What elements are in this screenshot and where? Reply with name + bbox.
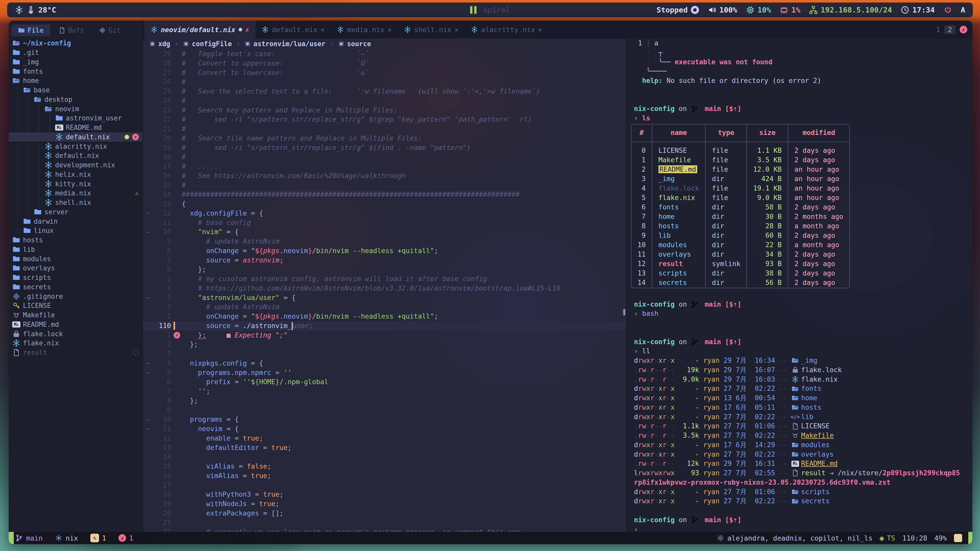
tree-item[interactable]: ││server (9, 207, 142, 217)
editor-line[interactable]: 25# Save the selected text to a file: `:… (143, 87, 626, 96)
tree-item[interactable]: │darwin (9, 217, 142, 226)
keyboard-layout[interactable]: A (961, 6, 965, 14)
close-icon[interactable]: × (321, 26, 325, 34)
tree-item[interactable]: flake.nix (9, 338, 142, 348)
editor-line[interactable]: 18 withPython3 = true; (143, 490, 626, 499)
breadcrumb-item[interactable]: xdg (158, 40, 170, 48)
tree-item[interactable]: fonts (9, 67, 142, 76)
editor-line[interactable]: 28# Convert to uppercase: `U` (143, 59, 626, 68)
editor-line[interactable]: 10 "nvim" = { (143, 227, 626, 237)
editor-line[interactable]: 16# See https://astronvim.com/Basic%20Us… (143, 171, 626, 181)
editor-line[interactable]: 9 # update AstroNvim (143, 237, 626, 246)
breadcrumb-item[interactable]: source (347, 40, 371, 48)
memory-indicator[interactable]: 1% (780, 6, 800, 14)
tree-item[interactable]: │││development.nix (9, 160, 142, 170)
editor-line[interactable]: 21 (143, 518, 626, 527)
close-icon[interactable]: ✗ (245, 26, 249, 34)
tree-item[interactable]: ││││astronvim_user (9, 114, 142, 123)
close-icon[interactable]: × (538, 26, 542, 34)
editor-line[interactable]: 7 source = astronvim; (143, 256, 626, 265)
clock-indicator[interactable]: 17:34 (900, 6, 935, 14)
editor-line[interactable]: 21# (143, 124, 626, 134)
tree-item[interactable]: │││helix.nix (9, 170, 142, 179)
editor-line[interactable]: 12 enable = true; (143, 433, 626, 443)
cpu-indicator[interactable]: 10% (746, 6, 771, 14)
editor-line[interactable]: 4 # https://github.com/AstroNvim/AstroNv… (143, 284, 626, 293)
tree-item[interactable]: │base (9, 86, 142, 95)
editor-line[interactable]: 20# Search file name pattern and Replace… (143, 134, 626, 143)
buffer-tab[interactable]: shell.nix× (398, 21, 465, 38)
editor-line[interactable]: 17 (143, 481, 626, 490)
tree-item[interactable]: ││││default.nix✗ (9, 132, 142, 142)
buffer-tab[interactable]: alacritty.nix× (465, 21, 549, 38)
tab-number-1[interactable]: 1 (936, 26, 940, 34)
tab-number-2[interactable]: 2 (944, 25, 956, 34)
editor-line[interactable]: 8 }; (143, 396, 626, 406)
tree-item[interactable]: ~/nix-config (9, 38, 142, 48)
editor-line[interactable]: 11 # base config (143, 218, 626, 227)
editor-line[interactable]: 2 }; (143, 340, 626, 349)
tree-item[interactable]: Makefile (9, 310, 142, 320)
scrollbar-thumb[interactable] (623, 309, 625, 316)
editor-line[interactable]: 7 ''; (143, 387, 626, 396)
editor-line[interactable]: 15 viAlias = false; (143, 462, 626, 471)
fold-chevron-icon[interactable] (143, 361, 152, 366)
editor-line[interactable]: 110 source = ./astronvim_user; (143, 321, 626, 330)
fold-chevron-icon[interactable] (143, 417, 152, 422)
editor-line[interactable]: 22# sed -ri "s/pattern_str/replace_str/g… (143, 115, 626, 124)
fold-chevron-icon[interactable] (143, 211, 152, 216)
tree-item[interactable]: M↓README.md (9, 320, 142, 329)
close-icon[interactable]: × (455, 26, 458, 34)
tree-item[interactable]: _img (9, 57, 142, 67)
buffer-tab[interactable]: media.nix× (331, 21, 398, 38)
editor-line[interactable]: 8 onChange = "${pkgs.neovim}/bin/nvim --… (143, 246, 626, 256)
tree-item[interactable]: │││shell.nix (9, 198, 142, 207)
editor-line[interactable]: 3 "astronvim/lua/user" = { (143, 293, 626, 303)
close-tab-icon[interactable]: ✗ (959, 26, 967, 33)
tree-item[interactable]: │││default.nix (9, 151, 142, 160)
tree-item[interactable]: hosts (9, 235, 142, 245)
close-icon[interactable]: × (387, 26, 391, 34)
editor-line[interactable]: 19# sed -ri "s/pattern_str/replace_str/g… (143, 143, 626, 152)
editor-line[interactable]: 5 programs.npm.npmrc = '' (143, 368, 626, 378)
editor-line[interactable]: 4 nixpkgs.config = { (143, 359, 626, 368)
editor-line[interactable]: 24# (143, 96, 626, 106)
editor-line[interactable]: 17# ...... (143, 162, 626, 171)
git-branch-status[interactable]: main (15, 534, 43, 542)
breadcrumb-item[interactable]: configFile (192, 40, 232, 48)
breadcrumb-item[interactable]: astronvim/lua/user (253, 40, 325, 48)
tree-item[interactable]: result (9, 348, 142, 357)
tree-item[interactable]: lib (9, 245, 142, 254)
fold-chevron-icon[interactable] (143, 295, 152, 300)
editor-line[interactable]: 12 xdg.configFile = { (143, 209, 626, 218)
recording-status[interactable]: Stopped (656, 6, 699, 14)
fold-chevron-icon[interactable] (143, 230, 152, 235)
tree-item[interactable]: LICENSE (9, 301, 142, 310)
tree-item[interactable]: ││desktop (9, 95, 142, 104)
buffer-tab[interactable]: default.nix× (256, 21, 331, 38)
editor-line[interactable]: 10 programs = { (143, 415, 626, 424)
neotree-tab-git[interactable]: Git (92, 24, 127, 36)
editor-line[interactable]: 16 vimAlias = true; (143, 471, 626, 481)
editor-line[interactable]: 22 # currently we use lazy.nvim as neovi… (143, 527, 626, 532)
tree-item[interactable]: ││││M↓README.md (9, 123, 142, 132)
tree-item[interactable]: │││media.nix⚠ (9, 189, 142, 198)
editor-line[interactable]: 2 # update AstroNvim (143, 302, 626, 312)
editor-line[interactable]: 14 (143, 452, 626, 462)
tree-item[interactable]: │││alacritty.nix (9, 141, 142, 151)
tree-item[interactable]: secrets (9, 283, 142, 292)
tree-item[interactable]: .git (9, 48, 142, 57)
editor-line[interactable]: 11 neovim = { (143, 424, 626, 433)
neotree-tab-file[interactable]: File (11, 24, 50, 36)
fold-chevron-icon[interactable] (143, 370, 152, 375)
terminal-pane[interactable]: 1 │ a · ┬ · ╰── executable was not found… (627, 38, 972, 532)
tree-item[interactable]: flake.lock (9, 329, 142, 338)
editor-line[interactable]: 6 }; (143, 265, 626, 274)
editor-line[interactable]: 13{ (143, 199, 626, 209)
editor-line[interactable]: 20 extraPackages = []; (143, 509, 626, 518)
editor-line[interactable]: 19 withNodeJs = true; (143, 499, 626, 509)
editor-line[interactable]: 13 defaultEditor = true; (143, 443, 626, 453)
tree-item[interactable]: │││kitty.nix (9, 179, 142, 189)
editor-line[interactable]: 6 prefix = ''${HOME}/.npm-global (143, 377, 626, 387)
tree-item[interactable]: │││neovim (9, 104, 142, 114)
